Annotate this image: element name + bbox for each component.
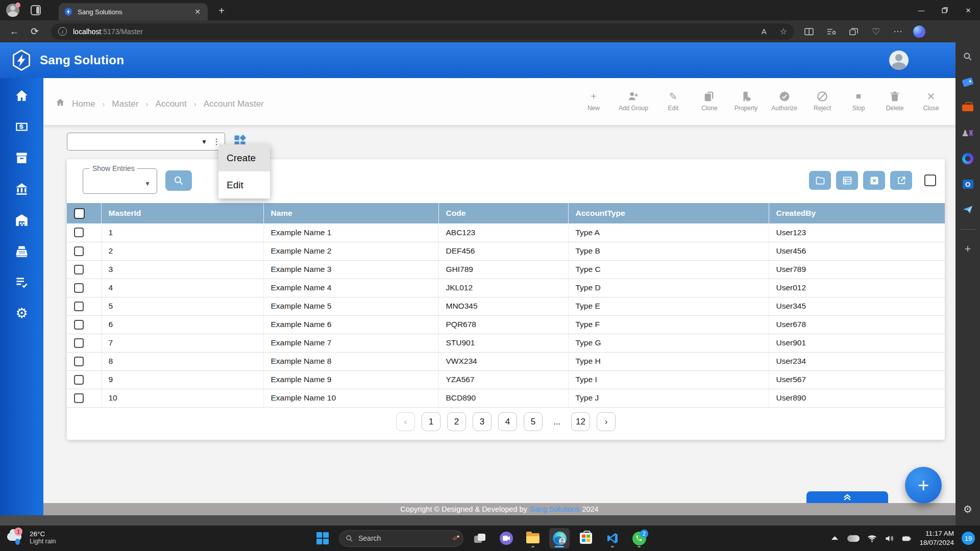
pagination-page-button[interactable]: 5 [524, 412, 543, 431]
new-tab-button[interactable]: + [214, 5, 229, 17]
sidebar-settings-gear-icon[interactable]: ⚙ [963, 503, 972, 515]
pagination-page-button[interactable]: 3 [473, 412, 492, 431]
menu-item-create[interactable]: Create [218, 144, 270, 171]
task-view-button[interactable] [470, 528, 490, 548]
action-edit[interactable]: ✎Edit [662, 90, 684, 112]
row-checkbox[interactable] [74, 320, 84, 330]
row-checkbox[interactable] [74, 375, 84, 385]
sidebar-outlook-icon[interactable]: O [962, 178, 974, 190]
row-checkbox[interactable] [74, 228, 84, 237]
microsoft-store-button[interactable] [576, 528, 596, 548]
tab-close-icon[interactable]: ✕ [192, 8, 203, 16]
action-delete[interactable]: Delete [884, 90, 906, 112]
row-checkbox[interactable] [74, 393, 84, 403]
browser-essentials-icon[interactable]: ♡ [872, 26, 880, 37]
volume-icon[interactable] [885, 534, 894, 543]
pagination-page-button[interactable]: 2 [447, 412, 466, 431]
file-explorer-button[interactable] [523, 528, 543, 548]
sidebar-money-icon[interactable] [15, 119, 29, 134]
breadcrumb-item[interactable]: Account Master [204, 98, 264, 109]
split-screen-icon[interactable] [804, 28, 814, 36]
pagination-next-button[interactable]: › [597, 412, 616, 431]
search-button[interactable] [165, 170, 192, 191]
sidebar-drop-icon[interactable] [962, 204, 974, 216]
vscode-button[interactable] [602, 528, 623, 548]
row-checkbox[interactable] [74, 265, 84, 274]
row-checkbox[interactable] [74, 357, 84, 366]
favorite-star-icon[interactable]: ☆ [780, 27, 787, 36]
sidebar-home-icon[interactable] [15, 88, 29, 103]
sidebar-m365-icon[interactable] [962, 153, 974, 165]
pagination-prev-button[interactable]: ‹ [396, 412, 415, 431]
chat-app-button[interactable] [496, 528, 517, 548]
refresh-button[interactable]: ⟳ [24, 26, 45, 37]
start-button[interactable] [312, 528, 333, 548]
wifi-icon[interactable] [867, 534, 877, 543]
open-external-button[interactable] [890, 171, 912, 190]
master-select-dropdown[interactable]: ▼ ⋮ [67, 133, 225, 151]
sidebar-settings-icon[interactable]: ⚙ [15, 306, 29, 320]
panel-checkbox[interactable] [924, 174, 936, 186]
action-new[interactable]: +New [582, 90, 605, 112]
action-authorize[interactable]: Authorize [771, 90, 797, 112]
taskbar-search[interactable]: Search [339, 530, 463, 547]
breadcrumb-item[interactable]: Master [112, 98, 138, 109]
pagination-page-button[interactable]: 12 [571, 412, 590, 431]
action-property[interactable]: Property [734, 90, 757, 112]
user-avatar[interactable] [889, 51, 909, 70]
sidebar-shopping-icon[interactable] [962, 76, 974, 88]
window-maximize-button[interactable] [933, 0, 957, 20]
add-fab-button[interactable]: + [905, 467, 942, 504]
taskbar-weather-widget[interactable]: 1 26°C Light rain [6, 529, 56, 546]
back-button[interactable]: ← [4, 26, 24, 37]
row-checkbox[interactable] [74, 246, 84, 256]
window-close-button[interactable]: ✕ [957, 0, 980, 20]
tray-expand-icon[interactable] [830, 534, 840, 543]
folder-view-button[interactable] [809, 171, 831, 190]
sidebar-archive-icon[interactable] [15, 151, 29, 165]
action-stop[interactable]: ■Stop [847, 90, 870, 112]
window-minimize-button[interactable]: — [910, 0, 933, 20]
table-view-button[interactable] [836, 171, 858, 190]
favorites-bar-icon[interactable] [827, 28, 836, 36]
settings-more-icon[interactable]: ⋯ [893, 26, 902, 37]
sidebar-tools-icon[interactable] [962, 102, 974, 114]
action-clone[interactable]: Clone [698, 90, 721, 112]
site-info-icon[interactable]: i [58, 27, 67, 36]
read-aloud-icon[interactable]: A [762, 27, 767, 36]
breadcrumb-item[interactable]: Account [155, 98, 186, 109]
select-all-checkbox[interactable] [74, 208, 85, 219]
row-checkbox[interactable] [74, 338, 84, 348]
breadcrumb-item[interactable]: Home [72, 98, 95, 109]
pagination-page-button[interactable]: 1 [422, 412, 440, 431]
sidebar-bank-icon[interactable] [15, 182, 29, 196]
footer-brand-link[interactable]: Sang Solutions [530, 505, 580, 513]
address-bar[interactable]: i localhost:5173/Master A ☆ [51, 23, 794, 40]
sidebar-cash-register-icon[interactable] [15, 244, 29, 258]
show-entries-select[interactable]: Show Entries ▼ [83, 168, 157, 194]
sidebar-search-icon[interactable] [962, 51, 974, 63]
action-close[interactable]: ✕Close [920, 90, 942, 112]
scroll-to-top-button[interactable] [806, 491, 888, 503]
action-reject[interactable]: Reject [811, 90, 834, 112]
onedrive-icon[interactable] [847, 535, 860, 542]
browser-profile-avatar[interactable] [6, 4, 19, 17]
notification-count-badge[interactable]: 19 [962, 532, 975, 545]
sidebar-add-icon[interactable]: + [962, 243, 974, 255]
browser-tab[interactable]: Sang Solutions ✕ [59, 3, 208, 20]
sidebar-warehouse-icon[interactable] [15, 213, 29, 227]
copilot-icon[interactable] [913, 26, 925, 38]
battery-icon[interactable] [902, 534, 912, 543]
sidebar-tasks-icon[interactable] [15, 275, 29, 289]
whatsapp-button[interactable]: 2 [629, 528, 649, 548]
menu-item-edit[interactable]: Edit [218, 171, 270, 198]
pagination-page-button[interactable]: 4 [498, 412, 517, 431]
taskbar-clock[interactable]: 11:17 AM 18/07/2024 [919, 529, 954, 547]
export-excel-button[interactable] [863, 171, 885, 190]
sidebar-games-icon[interactable]: ♟♜ [962, 127, 974, 139]
row-checkbox[interactable] [74, 283, 84, 293]
edge-browser-button[interactable] [549, 528, 570, 548]
workspaces-icon[interactable] [31, 5, 41, 15]
action-add-group[interactable]: Add Group [619, 90, 648, 112]
collections-icon[interactable] [849, 28, 859, 36]
